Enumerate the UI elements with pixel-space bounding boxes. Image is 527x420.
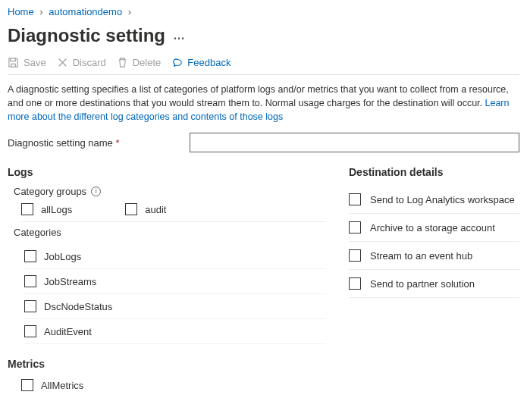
trash-icon (117, 57, 128, 68)
info-icon[interactable]: i (91, 186, 101, 196)
more-icon[interactable]: … (173, 29, 185, 42)
save-button[interactable]: Save (8, 57, 46, 68)
save-icon (8, 57, 19, 68)
checkbox[interactable] (125, 203, 137, 215)
destination-label: Archive to a storage account (370, 222, 495, 234)
checkbox[interactable] (21, 203, 33, 215)
intro-text: A diagnostic setting specifies a list of… (8, 83, 519, 124)
command-bar: Save Discard Delete Feedback (8, 54, 519, 75)
breadcrumb-home[interactable]: Home (8, 6, 34, 17)
destination-label: Stream to an event hub (370, 250, 472, 262)
destination-label: Send to partner solution (370, 278, 475, 290)
feedback-button[interactable]: Feedback (171, 57, 231, 68)
checkbox[interactable] (349, 249, 361, 262)
chevron-right-icon: › (125, 6, 134, 17)
logs-heading: Logs (8, 166, 326, 178)
category-group-audit[interactable]: audit (125, 203, 166, 215)
category-group-label: audit (145, 204, 166, 215)
categories-label: Categories (14, 227, 326, 238)
category-label: JobStreams (44, 276, 96, 287)
checkbox[interactable] (349, 193, 361, 205)
page-title: Diagnostic setting … (8, 25, 519, 46)
chevron-right-icon: › (36, 6, 45, 17)
delete-button[interactable]: Delete (117, 57, 162, 68)
category-label: AuditEvent (44, 326, 92, 337)
close-icon (57, 57, 68, 68)
category-dscnodestatus[interactable]: DscNodeStatus (24, 294, 326, 319)
category-jobstreams[interactable]: JobStreams (24, 269, 326, 294)
metric-label: AllMetrics (41, 380, 83, 391)
checkbox[interactable] (24, 275, 36, 287)
destination-event-hub[interactable]: Stream to an event hub (349, 242, 519, 270)
destination-label: Send to Log Analytics workspace (370, 194, 515, 205)
checkbox[interactable] (24, 300, 36, 312)
category-label: DscNodeStatus (44, 301, 112, 312)
destination-log-analytics[interactable]: Send to Log Analytics workspace (349, 186, 519, 214)
category-label: JobLogs (44, 251, 81, 262)
checkbox[interactable] (349, 277, 361, 290)
breadcrumb: Home › automationdemo › (8, 5, 519, 22)
category-groups-label: Category groups i (14, 186, 326, 197)
checkbox[interactable] (349, 221, 361, 234)
metric-allmetrics[interactable]: AllMetrics (21, 373, 326, 397)
metrics-heading: Metrics (8, 358, 326, 370)
discard-button[interactable]: Discard (57, 57, 106, 68)
category-group-alllogs[interactable]: allLogs (21, 203, 72, 215)
category-group-label: allLogs (41, 204, 72, 215)
checkbox[interactable] (24, 325, 36, 337)
destination-storage[interactable]: Archive to a storage account (349, 214, 519, 242)
feedback-icon (171, 57, 183, 68)
checkbox[interactable] (21, 379, 33, 391)
breadcrumb-resource[interactable]: automationdemo (49, 6, 122, 17)
setting-name-label: Diagnostic setting name * (8, 137, 190, 149)
category-joblogs[interactable]: JobLogs (24, 244, 326, 269)
category-auditevent[interactable]: AuditEvent (24, 319, 326, 344)
destinations-heading: Destination details (349, 166, 519, 178)
setting-name-row: Diagnostic setting name * (8, 133, 519, 152)
setting-name-input[interactable] (190, 133, 519, 152)
checkbox[interactable] (24, 250, 36, 262)
destination-partner[interactable]: Send to partner solution (349, 270, 519, 298)
